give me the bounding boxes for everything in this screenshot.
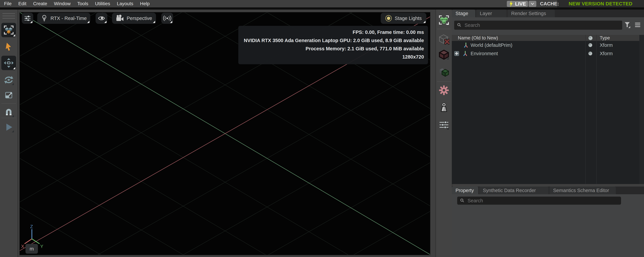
weight-icon: [439, 103, 449, 113]
camera-selector-button[interactable]: Perspective: [112, 13, 156, 24]
stage-toolbar-band: [452, 17, 644, 35]
camera-label: Perspective: [126, 16, 152, 21]
gpu-stat: NVIDIA RTX 3500 Ada Generation Laptop GP…: [238, 36, 424, 44]
menu-create[interactable]: Create: [33, 1, 47, 6]
search-icon: [457, 23, 462, 27]
update-status-strip: NEW VERSION DETECTED: [557, 0, 644, 8]
menu-utilities[interactable]: Utilities: [95, 1, 110, 6]
xform-icon: [462, 50, 468, 57]
toolbar-drag-handle[interactable]: [2, 13, 15, 18]
audio-broadcast-button[interactable]: [161, 13, 173, 24]
stage-tab-bar: Stage Layer Render Settings: [452, 10, 644, 17]
stage-lights-label: Stage Lights: [394, 16, 422, 21]
selection-mode-button[interactable]: [1, 23, 16, 37]
menu-window[interactable]: Window: [54, 1, 70, 6]
viewport-stats-overlay: FPS: 0.00, Frame time: 0.00 ms NVIDIA RT…: [238, 26, 428, 64]
debug-sliders-button[interactable]: [438, 119, 450, 130]
camera-icon: [116, 14, 124, 22]
property-tab-bar: Property Synthetic Data Recorder Semanti…: [452, 186, 644, 194]
collider-cube-button[interactable]: [438, 49, 450, 60]
dropdown-corner: [446, 23, 449, 25]
mesh-approximation-button[interactable]: [438, 66, 450, 77]
toolbar-divider: [437, 29, 451, 29]
ghost-cube-x-icon: [438, 34, 450, 45]
property-search[interactable]: [457, 196, 621, 205]
dropdown-corner: [12, 83, 14, 85]
live-sync-button[interactable]: LIVE: [507, 1, 528, 7]
property-search-input[interactable]: [467, 198, 596, 204]
dropdown-corner: [446, 57, 449, 60]
expand-plus-icon[interactable]: [454, 51, 460, 56]
table-row[interactable]: World (defaultPrim) Xform: [452, 41, 639, 49]
new-version-status[interactable]: NEW VERSION DETECTED: [569, 1, 632, 6]
right-panel: Stage Layer Render Settings Name (Old to…: [452, 10, 644, 257]
toolbar-divider: [1, 118, 16, 118]
rotate-tool-button[interactable]: [3, 74, 15, 86]
tree-scroll-gutter[interactable]: [639, 35, 644, 184]
prim-name[interactable]: Environment: [470, 51, 498, 56]
prim-type: Xform: [600, 42, 613, 48]
stage-lights-button[interactable]: Stage Lights: [381, 13, 426, 24]
renderer-selector-button[interactable]: RTX - Real-Time: [37, 13, 90, 24]
live-dropdown-button[interactable]: [528, 1, 536, 7]
filter-icon[interactable]: [624, 22, 630, 28]
snap-tool-button[interactable]: [3, 106, 15, 118]
toolbar-divider: [1, 103, 16, 104]
stage-options-icon[interactable]: [634, 22, 641, 27]
hide-colliders-button[interactable]: [438, 34, 450, 45]
menu-edit[interactable]: Edit: [18, 1, 26, 6]
broadcast-icon: [163, 15, 172, 22]
visibility-button[interactable]: [96, 13, 107, 24]
table-row[interactable]: Environment Xform: [452, 49, 639, 58]
tab-render-settings[interactable]: Render Settings: [508, 10, 555, 17]
chevron-down-icon: [530, 2, 535, 6]
play-button[interactable]: [3, 121, 15, 133]
select-physics-button[interactable]: [438, 14, 450, 26]
gear-icon: [439, 85, 449, 96]
dropdown-corner: [30, 21, 32, 23]
visibility-column-eye-icon[interactable]: [588, 36, 593, 40]
x-axis-label: X: [21, 244, 24, 249]
physics-settings-button[interactable]: [438, 84, 450, 96]
visibility-eye-icon[interactable]: [588, 51, 593, 56]
select-prims-icon: [3, 25, 14, 36]
stage-search[interactable]: [454, 21, 622, 30]
column-name[interactable]: Name (Old to New): [458, 35, 498, 40]
dropdown-corner: [13, 34, 15, 36]
scale-icon: [4, 90, 14, 100]
units-button[interactable]: m: [26, 244, 38, 254]
dropdown-corner: [153, 21, 155, 23]
stage-search-input[interactable]: [464, 22, 597, 28]
fps-stat: FPS: 0.00, Frame time: 0.00 ms: [238, 28, 424, 36]
menu-layouts[interactable]: Layouts: [117, 1, 133, 6]
mass-properties-button[interactable]: [438, 102, 450, 114]
viewport-3d[interactable]: RTX - Real-Time Perspective: [20, 12, 430, 255]
column-type[interactable]: Type: [600, 35, 610, 40]
menu-tools[interactable]: Tools: [77, 1, 88, 6]
tab-layer[interactable]: Layer: [476, 10, 507, 17]
memory-stat: Process Memory: 2.1 GiB used, 771.0 MiB …: [238, 44, 424, 53]
toolbar-divider: [437, 81, 451, 82]
sun-light-icon: [385, 15, 392, 22]
move-tool-button[interactable]: [1, 56, 16, 70]
dropdown-corner: [104, 21, 106, 23]
tab-stage[interactable]: Stage: [452, 10, 475, 17]
menu-file[interactable]: File: [4, 1, 12, 6]
visibility-eye-icon[interactable]: [588, 43, 593, 48]
dropdown-corner: [423, 21, 426, 23]
viewport-settings-button[interactable]: [22, 13, 33, 24]
property-body: [452, 194, 644, 257]
z-axis-label: Z: [30, 224, 33, 229]
prim-type: Xform: [600, 51, 613, 56]
tab-semantics-schema-editor[interactable]: Semantics Schema Editor: [550, 186, 616, 194]
tab-property[interactable]: Property: [452, 186, 478, 194]
stage-tree-header: Name (Old to New) Type: [452, 35, 639, 41]
menu-help[interactable]: Help: [140, 1, 150, 6]
tab-synthetic-data-recorder[interactable]: Synthetic Data Recorder: [479, 186, 548, 194]
prim-name[interactable]: World (defaultPrim): [470, 42, 512, 48]
resolution-stat: 1280x720: [238, 53, 424, 61]
lightning-bolt-icon: [509, 0, 513, 8]
scale-tool-button[interactable]: [3, 90, 15, 102]
two-cubes-icon: [438, 66, 450, 77]
select-tool-button[interactable]: [3, 41, 15, 53]
